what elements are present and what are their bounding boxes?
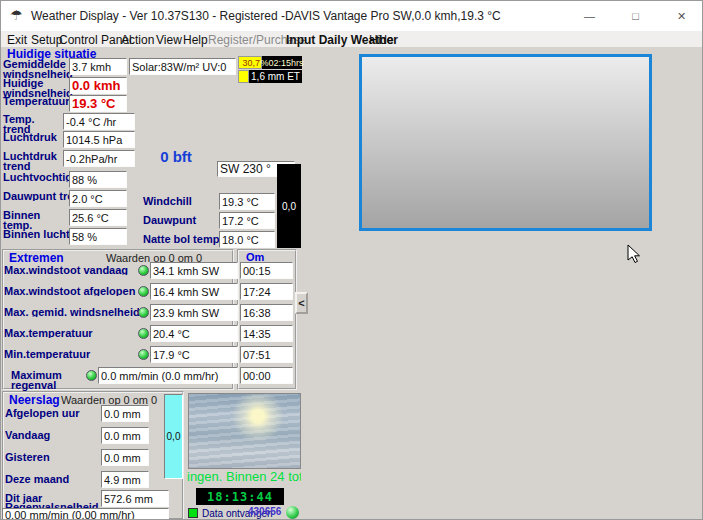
current-label: Temperatuur bbox=[3, 96, 69, 106]
current-value: 2.0 °C bbox=[69, 190, 127, 207]
menu-item-action[interactable]: Action bbox=[121, 33, 154, 47]
main-area: Huidige situatie Solar:83W/m² UV:0 30,7 … bbox=[1, 47, 703, 520]
extreme-time: 16:38 bbox=[240, 304, 293, 321]
menu-item-view[interactable]: View bbox=[156, 33, 182, 47]
extreme-label: Maximum regenval bbox=[11, 370, 85, 390]
current-value: 88 % bbox=[69, 171, 127, 188]
extreme-led bbox=[138, 307, 149, 318]
solar-uv-readout: Solar:83W/m² UV:0 bbox=[129, 58, 236, 75]
extreme-label: Max. gemid. windsnelheid bbox=[4, 307, 139, 317]
rain-value: 0.0 mm bbox=[101, 405, 149, 422]
current-right-value: 18.0 °C bbox=[219, 231, 275, 248]
current-right-label: Windchill bbox=[143, 196, 219, 206]
window-title: Weather Display - Ver 10.37S130 - Regist… bbox=[31, 9, 501, 23]
extreme-value: 0.0 mm/min (0.0 mm/hr) bbox=[98, 367, 238, 384]
extreme-time: 17:24 bbox=[240, 283, 293, 300]
current-label: Luchtvochtigheid bbox=[3, 172, 69, 182]
menu-item-help[interactable]: Help bbox=[183, 33, 208, 47]
wind-speed-gauge bbox=[140, 85, 212, 157]
scrolling-message: ingen. Binnen 24 tot bbox=[187, 469, 301, 486]
rain-label: Gisteren bbox=[5, 452, 100, 462]
extreme-time: 00:00 bbox=[240, 367, 293, 384]
extreme-time: 07:51 bbox=[240, 346, 293, 363]
extreme-time: 00:15 bbox=[240, 262, 293, 279]
rain-label: Vandaag bbox=[5, 430, 100, 440]
sunshine-percent: 30,7 bbox=[238, 56, 262, 69]
current-right-label: Natte bol temp. bbox=[143, 234, 219, 244]
extreme-led bbox=[138, 286, 149, 297]
menu-item-setup[interactable]: Setup bbox=[31, 33, 62, 47]
mouse-cursor bbox=[627, 244, 641, 264]
rain-rate-display: 0,0 bbox=[277, 164, 301, 248]
collapse-panel-button[interactable]: < bbox=[295, 292, 308, 314]
clock-display: 18:13:44 bbox=[196, 488, 284, 505]
status-orb bbox=[286, 506, 299, 519]
current-value: 58 % bbox=[69, 228, 127, 245]
data-received-led bbox=[188, 508, 198, 518]
minimize-button[interactable]: — bbox=[567, 1, 612, 31]
et-readout: 1,6 mm ET bbox=[249, 70, 302, 83]
title-bar: ☂ Weather Display - Ver 10.37S130 - Regi… bbox=[1, 1, 703, 32]
rain-header: Neerslag bbox=[9, 393, 60, 407]
current-right-value: 17.2 °C bbox=[219, 212, 275, 229]
chart-frame-0 bbox=[359, 54, 652, 231]
rain-label: Afgelopen uur bbox=[5, 408, 100, 418]
extreme-label: Max.windstoot afgelopen uur bbox=[4, 286, 139, 296]
data-received-count: 430656 bbox=[248, 506, 281, 517]
current-label: Dauwpunt trend bbox=[3, 191, 69, 201]
current-value: 1014.5 hPa bbox=[63, 131, 135, 148]
current-label: Binnen luchtvochtigheid bbox=[3, 229, 69, 239]
extreme-time: 14:35 bbox=[240, 325, 293, 342]
webcam-image bbox=[188, 393, 301, 469]
app-window: ☂ Weather Display - Ver 10.37S130 - Regi… bbox=[0, 0, 703, 520]
extreme-label: Max.temperatuur bbox=[4, 328, 139, 338]
extreme-value: 23.9 kmh SW bbox=[150, 304, 238, 321]
current-right-label: Dauwpunt bbox=[143, 215, 219, 225]
extreme-value: 34.1 kmh SW bbox=[150, 262, 238, 279]
current-value: 19.3 °C bbox=[69, 95, 127, 112]
rain-rate-value: 0.00 mm/min (0.00 mm/hr) bbox=[2, 508, 169, 520]
extreme-label: Max.windstoot vandaag bbox=[4, 265, 139, 275]
menu-item-hide[interactable]: Hide bbox=[369, 33, 394, 47]
extreme-led bbox=[138, 328, 149, 339]
extreme-led bbox=[86, 370, 97, 381]
current-label: Gemiddelde windsnelheid bbox=[3, 59, 69, 79]
rain-value: 0.0 mm bbox=[101, 449, 149, 466]
current-right-value: 19.3 °C bbox=[219, 193, 275, 210]
rain-value: 4.9 mm bbox=[101, 471, 149, 488]
extreme-led bbox=[138, 349, 149, 360]
current-label: Luchtdruk trend bbox=[3, 151, 63, 171]
extreme-value: 20.4 °C bbox=[150, 325, 238, 342]
maximize-button[interactable]: □ bbox=[613, 1, 658, 31]
current-value: -0.4 °C /hr bbox=[63, 113, 135, 130]
current-value: -0.2hPa/hr bbox=[63, 150, 135, 167]
app-icon: ☂ bbox=[10, 7, 23, 23]
sunshine-hours: %02:15hrs bbox=[262, 56, 302, 69]
current-value: 0.0 kmh bbox=[69, 77, 127, 94]
rain-bar-value: 0,0 bbox=[164, 431, 183, 442]
rain-value: 572.6 mm bbox=[101, 490, 169, 507]
extreme-led bbox=[138, 265, 149, 276]
current-label: Binnen temp. bbox=[3, 210, 69, 230]
extreme-value: 17.9 °C bbox=[150, 346, 238, 363]
current-label: Luchtdruk bbox=[3, 132, 63, 142]
rain-label: Deze maand bbox=[5, 474, 100, 484]
close-button[interactable]: ✕ bbox=[659, 1, 703, 31]
current-value: 25.6 °C bbox=[69, 209, 127, 226]
wind-direction-compass bbox=[224, 93, 284, 153]
extremes-header: Extremen bbox=[9, 251, 64, 265]
menu-item-exit[interactable]: Exit bbox=[7, 33, 27, 47]
current-value: 3.7 kmh bbox=[69, 58, 127, 75]
extreme-label: Min.temperatuur bbox=[4, 349, 139, 359]
et-indicator bbox=[238, 70, 249, 83]
extreme-value: 16.4 kmh SW bbox=[150, 283, 238, 300]
beaufort-readout: 0 bft bbox=[140, 148, 212, 165]
rain-value: 0.0 mm bbox=[101, 427, 149, 444]
